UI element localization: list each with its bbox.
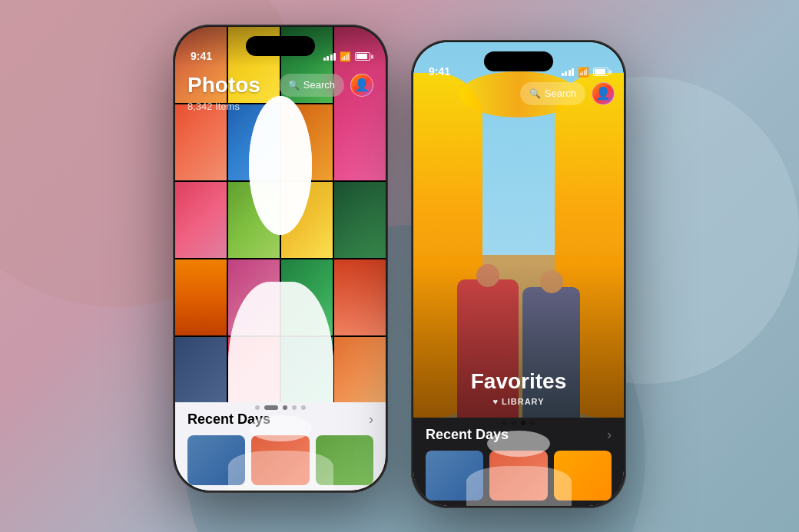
phone-left-screen: 9:41 📶 (175, 27, 386, 491)
search-icon-right: 🔍 (529, 88, 541, 99)
header-actions-left: 🔍 Search 👤 (279, 74, 373, 97)
dot-r3[interactable] (521, 421, 525, 425)
signal-icon-right (562, 68, 575, 76)
recent-thumbnails-left (187, 435, 373, 485)
search-label-left: Search (303, 79, 335, 91)
battery-icon-left (355, 52, 370, 61)
wifi-icon-left: 📶 (340, 51, 351, 62)
avatar-right[interactable]: 👤 (592, 82, 615, 105)
status-bar-left: 9:41 📶 (175, 27, 386, 67)
status-bar-right: 9:41 📶 (413, 42, 624, 82)
dot-4[interactable] (292, 405, 297, 410)
phone-right: 9:41 📶 (411, 40, 626, 508)
favorites-library-label: LIBRARY (502, 397, 544, 406)
search-button-right[interactable]: 🔍 Search (520, 82, 585, 105)
search-label-right: Search (545, 88, 576, 99)
phone-left: 9:41 📶 (173, 25, 388, 493)
favorites-title-area: Favorites ♥ LIBRARY (413, 369, 624, 406)
page-dots-right (413, 421, 624, 425)
status-time-right: 9:41 (429, 55, 450, 78)
avatar-left[interactable]: 👤 (350, 74, 373, 97)
status-icons-right: 📶 (562, 56, 609, 78)
recent-thumbnails-right (426, 451, 612, 501)
wifi-icon-right: 📶 (578, 67, 589, 78)
dot-3[interactable] (283, 405, 287, 410)
recent-thumb-r2[interactable] (489, 451, 547, 501)
dot-5[interactable] (301, 405, 306, 410)
bottom-section-right: Recent Days › (413, 418, 624, 506)
dot-r1[interactable] (502, 421, 507, 425)
status-time-left: 9:41 (191, 39, 212, 62)
favorites-title: Favorites (413, 369, 624, 394)
photos-header: Photos 🔍 Search 👤 8,342 Items (175, 67, 386, 119)
recent-thumb-2[interactable] (251, 435, 309, 485)
signal-icon-left (323, 53, 337, 61)
dot-r2[interactable] (512, 421, 516, 425)
dot-2[interactable] (264, 405, 278, 410)
favorites-subtitle: ♥ LIBRARY (413, 397, 624, 406)
dot-1[interactable] (255, 405, 260, 410)
search-icon-left: 🔍 (288, 80, 300, 91)
photos-subtitle: 8,342 Items (187, 101, 240, 112)
phone-left-inner: 9:41 📶 (175, 27, 386, 491)
dynamic-island-right (484, 51, 553, 71)
photos-title: Photos (187, 73, 260, 97)
bottom-section-left: Recent Days › (175, 402, 386, 491)
phones-container: 9:41 📶 (0, 0, 799, 532)
search-button-left[interactable]: 🔍 Search (279, 74, 344, 97)
status-icons-left: 📶 (323, 41, 371, 62)
battery-icon-right (593, 68, 608, 76)
phone-right-screen: 9:41 📶 (413, 42, 624, 506)
photos-title-row: Photos 🔍 Search 👤 (187, 73, 373, 97)
favorites-header: 🔍 Search 👤 (520, 82, 615, 105)
phone-right-inner: 9:41 📶 (413, 42, 624, 506)
dynamic-island-left (246, 36, 315, 56)
page-dots-left (175, 405, 386, 410)
dot-r4[interactable] (530, 421, 535, 425)
favorites-heart-icon: ♥ (492, 397, 499, 406)
